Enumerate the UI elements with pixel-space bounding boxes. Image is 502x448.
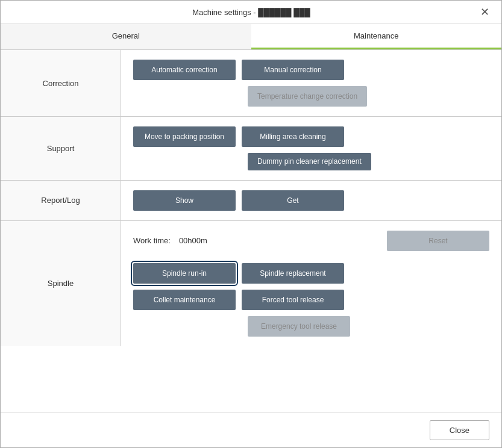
- correction-buttons: Automatic correction Manual correction T…: [121, 50, 501, 116]
- work-time-value: 00h00m: [179, 236, 207, 245]
- spindle-row-3: Collet maintenance Forced tool release: [133, 290, 489, 310]
- report-log-buttons: Show Get: [121, 181, 501, 220]
- reset-button[interactable]: Reset: [387, 231, 489, 251]
- report-log-label: Report/Log: [1, 181, 121, 220]
- get-button[interactable]: Get: [242, 190, 344, 211]
- show-button[interactable]: Show: [133, 190, 236, 211]
- dialog-footer: Close: [1, 412, 501, 447]
- correction-section: Correction Automatic correction Manual c…: [1, 50, 501, 117]
- spindle-replacement-button[interactable]: Spindle replacement: [242, 263, 344, 284]
- report-log-section: Report/Log Show Get: [1, 181, 501, 221]
- move-to-packing-button[interactable]: Move to packing position: [133, 126, 236, 147]
- spindle-buttons: Work time: 00h00m Reset Spindle run-in S…: [121, 221, 501, 346]
- report-log-row-1: Show Get: [133, 190, 489, 211]
- milling-area-cleaning-button[interactable]: Milling area cleaning: [242, 126, 344, 147]
- automatic-correction-button[interactable]: Automatic correction: [133, 60, 236, 80]
- support-label: Support: [1, 117, 121, 180]
- spindle-section: Spindle Work time: 00h00m Reset Spindle …: [1, 221, 501, 346]
- work-time-label: Work time:: [133, 236, 171, 245]
- correction-row-1: Automatic correction Manual correction: [133, 60, 489, 80]
- spindle-label: Spindle: [1, 221, 121, 346]
- emergency-tool-release-button[interactable]: Emergency tool release: [248, 316, 350, 337]
- dialog-title: Machine settings - ██████ ███: [25, 8, 478, 17]
- collet-maintenance-button[interactable]: Collet maintenance: [133, 290, 236, 310]
- tab-bar: General Maintenance: [1, 24, 501, 50]
- tab-general[interactable]: General: [1, 24, 251, 49]
- tab-maintenance[interactable]: Maintenance: [251, 24, 502, 49]
- correction-label: Correction: [1, 50, 121, 116]
- temperature-change-correction-button[interactable]: Temperature change correction: [248, 86, 367, 107]
- machine-settings-dialog: Machine settings - ██████ ███ ✕ General …: [0, 0, 502, 448]
- manual-correction-button[interactable]: Manual correction: [242, 60, 344, 80]
- support-section: Support Move to packing position Milling…: [1, 117, 501, 181]
- work-time-row: Work time: 00h00m Reset: [133, 231, 489, 251]
- title-bar: Machine settings - ██████ ███ ✕: [1, 1, 501, 24]
- correction-row-2: Temperature change correction: [133, 86, 489, 107]
- support-row-1: Move to packing position Milling area cl…: [133, 126, 489, 147]
- spindle-row-4: Emergency tool release: [133, 316, 489, 337]
- tab-content: Correction Automatic correction Manual c…: [1, 50, 501, 412]
- spindle-row-2: Spindle run-in Spindle replacement: [133, 263, 489, 284]
- dialog-close-button[interactable]: ✕: [478, 7, 492, 17]
- dummy-pin-cleaner-button[interactable]: Dummy pin cleaner replacement: [248, 153, 371, 170]
- forced-tool-release-button[interactable]: Forced tool release: [242, 290, 344, 310]
- spindle-run-in-button[interactable]: Spindle run-in: [133, 263, 236, 284]
- support-buttons: Move to packing position Milling area cl…: [121, 117, 501, 180]
- support-row-2: Dummy pin cleaner replacement: [133, 153, 489, 170]
- footer-close-button[interactable]: Close: [430, 420, 489, 440]
